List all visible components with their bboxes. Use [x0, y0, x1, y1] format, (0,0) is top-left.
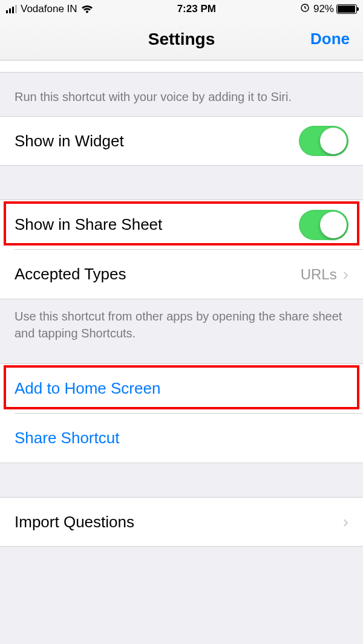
show-in-widget-label: Show in Widget: [15, 132, 299, 151]
section-gap: [0, 353, 363, 363]
actions-group: Add to Home Screen Share Shortcut: [0, 363, 363, 463]
siri-footer-text: Run this shortcut with your voice by add…: [0, 73, 363, 116]
import-questions-label: Import Questions: [15, 513, 343, 532]
chevron-right-icon: ›: [343, 512, 348, 532]
status-time: 7:23 PM: [177, 3, 216, 15]
battery-icon: [336, 4, 357, 14]
section-gap: [0, 463, 363, 497]
show-in-widget-row[interactable]: Show in Widget: [0, 116, 363, 166]
status-left: Vodafone IN: [6, 3, 93, 15]
accepted-types-label: Accepted Types: [15, 265, 301, 284]
show-in-widget-toggle[interactable]: [299, 126, 348, 156]
rotation-lock-icon: [300, 3, 310, 16]
nav-bar: Settings Done: [0, 18, 363, 60]
show-in-share-sheet-row[interactable]: Show in Share Sheet: [0, 200, 363, 249]
battery-indicator: 92%: [313, 3, 357, 15]
status-right: 92%: [300, 3, 357, 16]
accepted-types-value: URLs: [301, 266, 337, 283]
wifi-icon: [81, 5, 93, 14]
share-shortcut-row[interactable]: Share Shortcut: [0, 414, 363, 463]
previous-section-tail: [0, 60, 363, 73]
status-bar: Vodafone IN 7:23 PM 92%: [0, 0, 363, 18]
show-in-share-sheet-label: Show in Share Sheet: [15, 215, 299, 234]
section-gap: [0, 166, 363, 200]
accepted-types-row[interactable]: Accepted Types URLs ›: [0, 250, 363, 299]
carrier-label: Vodafone IN: [21, 3, 77, 15]
widget-group: Show in Widget: [0, 116, 363, 166]
battery-percent: 92%: [313, 3, 334, 15]
page-title: Settings: [148, 30, 215, 49]
share-shortcut-label: Share Shortcut: [15, 429, 348, 447]
import-group: Import Questions ›: [0, 497, 363, 547]
share-sheet-footer: Use this shortcut from other apps by ope…: [0, 299, 363, 353]
done-button[interactable]: Done: [310, 30, 350, 48]
chevron-right-icon: ›: [343, 265, 348, 284]
cellular-signal-icon: [6, 5, 17, 13]
add-to-home-screen-label: Add to Home Screen: [15, 379, 348, 398]
share-sheet-group: Show in Share Sheet Accepted Types URLs …: [0, 200, 363, 299]
import-questions-row[interactable]: Import Questions ›: [0, 497, 363, 547]
show-in-share-sheet-toggle[interactable]: [299, 210, 348, 240]
add-to-home-screen-row[interactable]: Add to Home Screen: [0, 363, 363, 413]
